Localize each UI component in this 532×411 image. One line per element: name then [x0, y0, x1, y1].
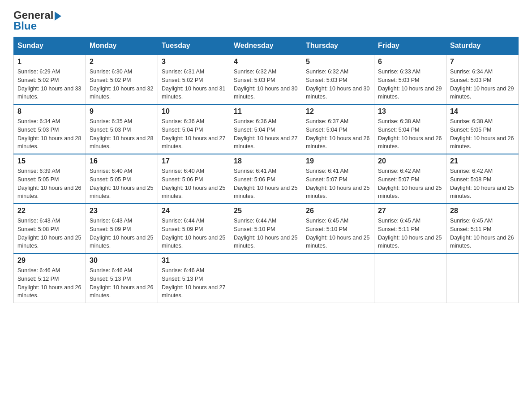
day-number: 1: [17, 58, 82, 66]
calendar-cell: 16 Sunrise: 6:40 AM Sunset: 5:05 PM Dayl…: [86, 154, 158, 204]
day-number: 7: [450, 58, 515, 66]
day-info: Sunrise: 6:40 AM Sunset: 5:05 PM Dayligh…: [90, 167, 154, 201]
day-info: Sunrise: 6:39 AM Sunset: 5:05 PM Dayligh…: [17, 167, 82, 201]
day-info: Sunrise: 6:31 AM Sunset: 5:02 PM Dayligh…: [162, 68, 226, 101]
calendar-cell: 8 Sunrise: 6:34 AM Sunset: 5:03 PM Dayli…: [14, 104, 86, 154]
day-info: Sunrise: 6:38 AM Sunset: 5:04 PM Dayligh…: [378, 117, 442, 151]
logo: General Blue: [13, 9, 61, 32]
calendar-cell: 9 Sunrise: 6:35 AM Sunset: 5:03 PM Dayli…: [86, 104, 158, 154]
calendar-cell: 13 Sunrise: 6:38 AM Sunset: 5:04 PM Dayl…: [374, 104, 446, 154]
calendar-cell: 30 Sunrise: 6:46 AM Sunset: 5:13 PM Dayl…: [86, 253, 158, 303]
day-number: 26: [306, 207, 370, 215]
calendar-cell: 21 Sunrise: 6:42 AM Sunset: 5:08 PM Dayl…: [446, 154, 519, 204]
calendar-cell: 27 Sunrise: 6:45 AM Sunset: 5:11 PM Dayl…: [374, 204, 446, 253]
calendar-table: SundayMondayTuesdayWednesdayThursdayFrid…: [13, 37, 519, 303]
day-info: Sunrise: 6:40 AM Sunset: 5:06 PM Dayligh…: [162, 167, 226, 201]
calendar-cell: 18 Sunrise: 6:41 AM Sunset: 5:06 PM Dayl…: [230, 154, 302, 204]
calendar-cell: 3 Sunrise: 6:31 AM Sunset: 5:02 PM Dayli…: [158, 55, 230, 104]
day-number: 3: [162, 58, 226, 66]
day-info: Sunrise: 6:44 AM Sunset: 5:09 PM Dayligh…: [162, 217, 226, 250]
page-header: General Blue: [13, 9, 519, 32]
day-info: Sunrise: 6:30 AM Sunset: 5:02 PM Dayligh…: [90, 68, 154, 101]
day-number: 2: [90, 58, 154, 66]
calendar-cell: 14 Sunrise: 6:38 AM Sunset: 5:05 PM Dayl…: [446, 104, 519, 154]
day-info: Sunrise: 6:45 AM Sunset: 5:11 PM Dayligh…: [450, 217, 515, 250]
calendar-cell: 15 Sunrise: 6:39 AM Sunset: 5:05 PM Dayl…: [14, 154, 86, 204]
calendar-cell: 20 Sunrise: 6:42 AM Sunset: 5:07 PM Dayl…: [374, 154, 446, 204]
day-info: Sunrise: 6:38 AM Sunset: 5:05 PM Dayligh…: [450, 117, 515, 151]
day-info: Sunrise: 6:44 AM Sunset: 5:10 PM Dayligh…: [234, 217, 298, 250]
day-number: 22: [17, 207, 82, 215]
calendar-cell: 25 Sunrise: 6:44 AM Sunset: 5:10 PM Dayl…: [230, 204, 302, 253]
day-number: 24: [162, 207, 226, 215]
calendar-cell: 29 Sunrise: 6:46 AM Sunset: 5:12 PM Dayl…: [14, 253, 86, 303]
day-info: Sunrise: 6:41 AM Sunset: 5:06 PM Dayligh…: [234, 167, 298, 201]
day-number: 28: [450, 207, 515, 215]
week-row-5: 29 Sunrise: 6:46 AM Sunset: 5:12 PM Dayl…: [14, 253, 519, 303]
calendar-cell: 22 Sunrise: 6:43 AM Sunset: 5:08 PM Dayl…: [14, 204, 86, 253]
day-info: Sunrise: 6:37 AM Sunset: 5:04 PM Dayligh…: [306, 117, 370, 151]
day-number: 27: [378, 207, 442, 215]
week-row-1: 1 Sunrise: 6:29 AM Sunset: 5:02 PM Dayli…: [14, 55, 519, 104]
calendar-cell: 11 Sunrise: 6:36 AM Sunset: 5:04 PM Dayl…: [230, 104, 302, 154]
day-info: Sunrise: 6:46 AM Sunset: 5:13 PM Dayligh…: [162, 266, 226, 300]
day-number: 8: [17, 107, 82, 116]
calendar-cell: 12 Sunrise: 6:37 AM Sunset: 5:04 PM Dayl…: [302, 104, 374, 154]
column-header-sunday: Sunday: [14, 37, 86, 55]
calendar-cell: 7 Sunrise: 6:34 AM Sunset: 5:03 PM Dayli…: [446, 55, 519, 104]
day-info: Sunrise: 6:35 AM Sunset: 5:03 PM Dayligh…: [90, 117, 154, 151]
day-number: 9: [90, 107, 154, 116]
day-info: Sunrise: 6:33 AM Sunset: 5:03 PM Dayligh…: [378, 68, 442, 101]
calendar-cell: 31 Sunrise: 6:46 AM Sunset: 5:13 PM Dayl…: [158, 253, 230, 303]
day-number: 23: [90, 207, 154, 215]
day-number: 29: [17, 257, 82, 265]
week-row-4: 22 Sunrise: 6:43 AM Sunset: 5:08 PM Dayl…: [14, 204, 519, 253]
day-info: Sunrise: 6:32 AM Sunset: 5:03 PM Dayligh…: [306, 68, 370, 101]
calendar-cell: 23 Sunrise: 6:43 AM Sunset: 5:09 PM Dayl…: [86, 204, 158, 253]
day-info: Sunrise: 6:34 AM Sunset: 5:03 PM Dayligh…: [450, 68, 515, 101]
calendar-cell: [230, 253, 302, 303]
column-header-saturday: Saturday: [446, 37, 519, 55]
day-number: 6: [378, 58, 442, 66]
day-number: 11: [234, 107, 298, 116]
day-info: Sunrise: 6:29 AM Sunset: 5:02 PM Dayligh…: [17, 68, 82, 101]
day-info: Sunrise: 6:36 AM Sunset: 5:04 PM Dayligh…: [162, 117, 226, 151]
calendar-cell: 19 Sunrise: 6:41 AM Sunset: 5:07 PM Dayl…: [302, 154, 374, 204]
day-number: 15: [17, 157, 82, 165]
day-number: 30: [90, 257, 154, 265]
column-header-thursday: Thursday: [302, 37, 374, 55]
day-info: Sunrise: 6:32 AM Sunset: 5:03 PM Dayligh…: [234, 68, 298, 101]
calendar-cell: [302, 253, 374, 303]
day-number: 12: [306, 107, 370, 116]
calendar-cell: 4 Sunrise: 6:32 AM Sunset: 5:03 PM Dayli…: [230, 55, 302, 104]
day-number: 13: [378, 107, 442, 116]
day-number: 31: [162, 257, 226, 265]
column-header-wednesday: Wednesday: [230, 37, 302, 55]
column-header-monday: Monday: [86, 37, 158, 55]
day-info: Sunrise: 6:42 AM Sunset: 5:08 PM Dayligh…: [450, 167, 515, 201]
day-info: Sunrise: 6:45 AM Sunset: 5:10 PM Dayligh…: [306, 217, 370, 250]
column-header-tuesday: Tuesday: [158, 37, 230, 55]
day-number: 25: [234, 207, 298, 215]
day-info: Sunrise: 6:36 AM Sunset: 5:04 PM Dayligh…: [234, 117, 298, 151]
day-number: 18: [234, 157, 298, 165]
day-number: 5: [306, 58, 370, 66]
calendar-cell: 26 Sunrise: 6:45 AM Sunset: 5:10 PM Dayl…: [302, 204, 374, 253]
day-number: 14: [450, 107, 515, 116]
week-row-2: 8 Sunrise: 6:34 AM Sunset: 5:03 PM Dayli…: [14, 104, 519, 154]
column-header-friday: Friday: [374, 37, 446, 55]
day-info: Sunrise: 6:46 AM Sunset: 5:13 PM Dayligh…: [90, 266, 154, 300]
calendar-cell: [374, 253, 446, 303]
day-number: 10: [162, 107, 226, 116]
day-number: 17: [162, 157, 226, 165]
logo-blue-text: Blue: [13, 20, 37, 32]
day-number: 20: [378, 157, 442, 165]
calendar-cell: 24 Sunrise: 6:44 AM Sunset: 5:09 PM Dayl…: [158, 204, 230, 253]
day-number: 16: [90, 157, 154, 165]
day-info: Sunrise: 6:46 AM Sunset: 5:12 PM Dayligh…: [17, 266, 82, 300]
calendar-cell: [446, 253, 519, 303]
day-info: Sunrise: 6:34 AM Sunset: 5:03 PM Dayligh…: [17, 117, 82, 151]
calendar-cell: 5 Sunrise: 6:32 AM Sunset: 5:03 PM Dayli…: [302, 55, 374, 104]
week-row-3: 15 Sunrise: 6:39 AM Sunset: 5:05 PM Dayl…: [14, 154, 519, 204]
calendar-cell: 6 Sunrise: 6:33 AM Sunset: 5:03 PM Dayli…: [374, 55, 446, 104]
